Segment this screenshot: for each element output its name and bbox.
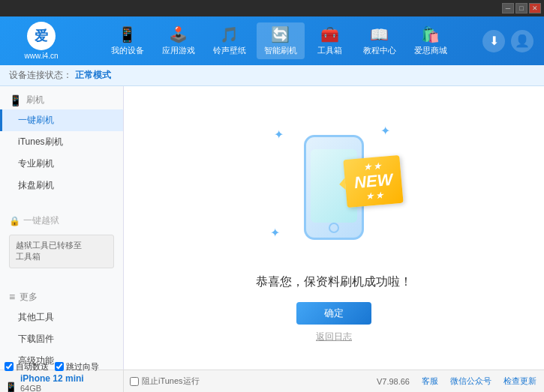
nav-tutorials-icon: 📖 <box>370 25 389 43</box>
sidebar-item-other-tools[interactable]: 其他工具 <box>0 307 123 328</box>
device-name: iPhone 12 mini <box>20 373 87 384</box>
device-row: 📱 iPhone 12 mini 64GB Down-12mini-13,1 <box>5 373 119 393</box>
stop-itunes-checkbox[interactable] <box>130 377 139 386</box>
nav-apps-icon: 🕹️ <box>169 25 188 43</box>
main-area: 📱 刷机 一键刷机 iTunes刷机 专业刷机 抹盘刷机 🔒 一键越狱 <box>0 86 544 370</box>
nav-my-device-icon: 📱 <box>118 25 137 43</box>
nav-tools-icon: 🧰 <box>320 25 339 43</box>
nav-flash-icon: 🔄 <box>271 25 290 43</box>
phone-icon: 📱 <box>5 382 17 393</box>
nav-store[interactable]: 🛍️ 爱思商城 <box>407 22 455 59</box>
sidebar-section-more: ≡ 更多 其他工具 下载固件 高级功能 <box>0 283 123 370</box>
section-header-more: ≡ 更多 <box>0 288 123 307</box>
section-header-flash: 📱 刷机 <box>0 91 123 109</box>
check-update-link[interactable]: 检查更新 <box>503 376 536 387</box>
nav-smart-flash[interactable]: 🔄 智能刷机 <box>257 22 305 59</box>
sidebar-item-itunes[interactable]: iTunes刷机 <box>0 131 123 153</box>
status-value: 正常模式 <box>75 69 111 82</box>
nav-tutorials[interactable]: 📖 教程中心 <box>356 22 404 59</box>
auto-send-input[interactable] <box>5 362 14 371</box>
skip-wizard-checkbox[interactable]: 跳过向导 <box>55 361 99 373</box>
back-link[interactable]: 返回日志 <box>316 331 352 343</box>
jailbreak-note: 越狱工具已转移至工具箱 <box>9 235 114 268</box>
sparkle-3: ✦ <box>270 226 280 240</box>
logo-icon: 爱 <box>27 22 56 50</box>
logo-area[interactable]: 爱 www.i4.cn <box>8 22 75 60</box>
nav-tutorials-label: 教程中心 <box>363 45 396 56</box>
bottom-status: V7.98.66 客服 微信公众号 检查更新 <box>377 376 544 387</box>
restore-btn[interactable]: □ <box>515 3 527 13</box>
content-area: ✦ ✦ ✦ ★ ★ NEW ★ ★ 恭喜您，保资料刷机成功啦！ 确定 返回日志 <box>124 86 544 370</box>
minimize-btn[interactable]: ─ <box>502 3 514 13</box>
skip-wizard-input[interactable] <box>55 362 64 371</box>
stop-itunes[interactable]: 阻止iTunes运行 <box>124 370 206 392</box>
lock-icon: 🔒 <box>9 216 20 226</box>
sparkle-1: ✦ <box>274 127 284 142</box>
phone-home-btn <box>329 223 339 233</box>
checkboxes: 自动数送 跳过向导 <box>5 361 119 373</box>
nav-my-device-label: 我的设备 <box>111 45 144 56</box>
illustration: ✦ ✦ ✦ ★ ★ NEW ★ ★ <box>259 112 409 262</box>
version-label: V7.98.66 <box>377 377 410 386</box>
nav-bar: 📱 我的设备 🕹️ 应用游戏 🎵 铃声壁纸 🔄 智能刷机 🧰 工具箱 📖 教程中… <box>75 22 482 59</box>
nav-flash-label: 智能刷机 <box>264 45 297 56</box>
sparkle-2: ✦ <box>380 124 390 138</box>
device-storage: 64GB <box>20 384 87 393</box>
wechat-link[interactable]: 微信公众号 <box>450 376 491 387</box>
nav-right: ⬇ 👤 <box>482 30 533 52</box>
nav-apps-games[interactable]: 🕹️ 应用游戏 <box>155 22 203 59</box>
customer-service-link[interactable]: 客服 <box>422 376 438 387</box>
confirm-button[interactable]: 确定 <box>296 302 371 325</box>
status-label: 设备连接状态： <box>9 69 72 82</box>
sidebar: 📱 刷机 一键刷机 iTunes刷机 专业刷机 抹盘刷机 🔒 一键越狱 <box>0 86 124 370</box>
section-more-icon: ≡ <box>9 291 15 303</box>
download-btn[interactable]: ⬇ <box>482 30 505 52</box>
bottom-left-section: 自动数送 跳过向导 📱 iPhone 12 mini 64GB Down-12m… <box>0 370 124 392</box>
sidebar-item-oneclick[interactable]: 一键刷机 <box>0 109 123 131</box>
nav-my-device[interactable]: 📱 我的设备 <box>104 22 152 59</box>
close-btn[interactable]: ✕ <box>529 3 541 13</box>
sidebar-section-jailbreak: 🔒 一键越狱 越狱工具已转移至工具箱 <box>0 207 123 277</box>
status-bar: 设备连接状态： 正常模式 <box>0 65 544 86</box>
header: 爱 www.i4.cn 📱 我的设备 🕹️ 应用游戏 🎵 铃声壁纸 🔄 智能刷机… <box>0 16 544 65</box>
nav-ringtones[interactable]: 🎵 铃声壁纸 <box>206 22 254 59</box>
bottom-bar: 自动数送 跳过向导 📱 iPhone 12 mini 64GB Down-12m… <box>0 370 544 392</box>
nav-tools-label: 工具箱 <box>317 45 342 56</box>
success-text: 恭喜您，保资料刷机成功啦！ <box>256 274 412 290</box>
nav-ring-label: 铃声壁纸 <box>213 45 246 56</box>
title-bar: ─ □ ✕ <box>0 0 544 16</box>
logo-url: www.i4.cn <box>24 52 58 60</box>
sidebar-item-pro[interactable]: 专业刷机 <box>0 153 123 175</box>
new-badge: ★ ★ NEW ★ ★ <box>343 155 404 208</box>
device-info: iPhone 12 mini 64GB Down-12mini-13,1 <box>20 373 87 393</box>
sidebar-item-wipe[interactable]: 抹盘刷机 <box>0 175 123 196</box>
nav-store-icon: 🛍️ <box>421 25 440 43</box>
nav-ring-icon: 🎵 <box>220 25 239 43</box>
sidebar-item-download-fw[interactable]: 下载固件 <box>0 328 123 350</box>
nav-store-label: 爱思商城 <box>414 45 447 56</box>
nav-tools[interactable]: 🧰 工具箱 <box>308 22 353 59</box>
section-header-jailbreak: 🔒 一键越狱 <box>0 211 123 230</box>
auto-send-checkbox[interactable]: 自动数送 <box>5 361 49 373</box>
section-flash-icon: 📱 <box>9 94 22 106</box>
user-btn[interactable]: 👤 <box>511 30 533 52</box>
nav-apps-label: 应用游戏 <box>162 45 195 56</box>
sidebar-section-flash: 📱 刷机 一键刷机 iTunes刷机 专业刷机 抹盘刷机 <box>0 86 123 201</box>
section-flash-label: 刷机 <box>26 94 44 106</box>
